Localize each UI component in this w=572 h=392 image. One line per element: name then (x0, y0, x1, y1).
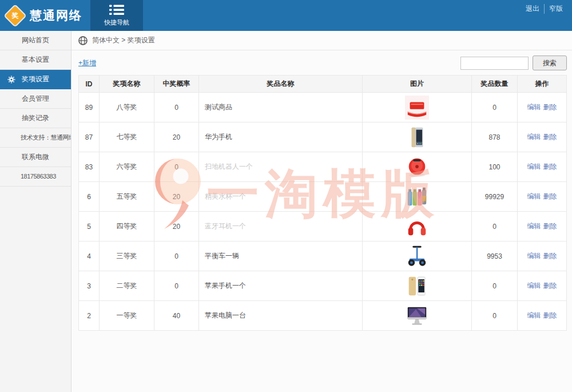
cell-quantity: 0 (472, 271, 518, 301)
cell-actions: 编辑删除 (518, 212, 567, 241)
delete-link[interactable]: 删除 (543, 311, 557, 319)
cell-quantity: 0 (472, 301, 518, 331)
logo-character: 奖 (12, 11, 19, 21)
prize-diamond-icon: 奖 (5, 5, 25, 25)
cell-id: 5 (79, 212, 100, 241)
cell-id: 4 (79, 241, 100, 271)
breadcrumb: 简体中文 > 奖项设置 (72, 31, 572, 50)
sidebar-item-label: 网站首页 (22, 36, 49, 44)
delete-link[interactable]: 删除 (543, 103, 557, 111)
breadcrumb-text: 简体中文 > 奖项设置 (92, 35, 155, 45)
cell-id: 3 (79, 271, 100, 301)
edit-link[interactable]: 编辑 (527, 311, 541, 319)
sidebar-item-label: 会员管理 (22, 94, 49, 102)
sidebar-item-6[interactable]: 技术支持：慧通网络 (0, 128, 71, 148)
product-image-iphone-gold (405, 282, 429, 290)
sidebar-item-8[interactable]: 18175863383 (0, 167, 71, 187)
cell-prize-level: 七等奖 (100, 122, 154, 152)
cell-image (363, 212, 472, 241)
edit-link[interactable]: 编辑 (527, 222, 541, 230)
cell-actions: 编辑删除 (518, 152, 567, 182)
cell-actions: 编辑删除 (518, 122, 567, 152)
cell-quantity: 99929 (472, 182, 518, 212)
table-row: 87七等奖20华为手机878编辑删除 (79, 122, 567, 152)
cell-probability: 0 (154, 271, 199, 301)
sidebar-item-label: 联系电微 (22, 153, 49, 161)
cell-prize-level: 五等奖 (100, 182, 154, 212)
sidebar-item-2[interactable]: 基本设置 (0, 50, 71, 70)
cell-image (363, 93, 472, 122)
delete-link[interactable]: 删除 (543, 192, 557, 200)
column-header: 奖品数量 (472, 76, 518, 93)
edit-link[interactable]: 编辑 (527, 192, 541, 200)
search-button[interactable]: 搜索 (533, 56, 567, 70)
quick-nav-label: 快捷导航 (104, 18, 129, 27)
prize-table-body: 89八等奖0测试商品0编辑删除87七等奖20华为手机878编辑删除83六等奖0扫… (79, 93, 567, 331)
cell-image (363, 152, 472, 182)
cell-image (363, 301, 472, 331)
logout-link[interactable]: 退出 (521, 4, 545, 14)
edit-link[interactable]: 编辑 (527, 103, 541, 111)
header-links: 退出 窄版 (517, 0, 572, 31)
delete-link[interactable]: 删除 (543, 133, 557, 141)
edit-link[interactable]: 编辑 (527, 163, 541, 171)
cell-id: 87 (79, 122, 100, 152)
cell-prize-level: 六等奖 (100, 152, 154, 182)
edit-link[interactable]: 编辑 (527, 282, 541, 290)
product-image-balance-scooter (405, 252, 429, 260)
column-header: 奖品名称 (199, 76, 363, 93)
sidebar-item-7[interactable]: 联系电微 (0, 148, 71, 167)
product-image-red-box (405, 103, 429, 111)
main-content: 简体中文 > 奖项设置 +新增 搜索 ID奖项名称中奖概率奖品名称图片奖品数量操… (72, 31, 572, 392)
sidebar-item-1[interactable]: 网站首页 (0, 31, 71, 50)
cell-actions: 编辑删除 (518, 93, 567, 122)
sidebar-item-label: 技术支持：慧通网络 (21, 134, 71, 141)
cell-quantity: 9953 (472, 241, 518, 271)
cell-image (363, 122, 472, 152)
search-input[interactable] (460, 57, 529, 70)
cell-actions: 编辑删除 (518, 182, 567, 212)
edit-link[interactable]: 编辑 (527, 133, 541, 141)
delete-link[interactable]: 删除 (543, 282, 557, 290)
sidebar-item-label: 18175863383 (21, 173, 56, 180)
cell-probability: 20 (154, 182, 199, 212)
cell-actions: 编辑删除 (518, 301, 567, 331)
cell-prize-level: 三等奖 (100, 241, 154, 271)
cell-probability: 0 (154, 152, 199, 182)
sidebar-item-3[interactable]: 奖项设置 (0, 70, 71, 89)
cell-image (363, 241, 472, 271)
cell-image (363, 182, 472, 212)
sidebar-item-5[interactable]: 抽奖记录 (0, 109, 71, 128)
column-header: 奖项名称 (100, 76, 154, 93)
cell-prize-level: 八等奖 (100, 93, 154, 122)
delete-link[interactable]: 删除 (543, 163, 557, 171)
cell-probability: 0 (154, 93, 199, 122)
cell-quantity: 0 (472, 93, 518, 122)
brand-logo: 奖 慧通网络 (0, 0, 90, 31)
table-row: 83六等奖0扫地机器人一个100编辑删除 (79, 152, 567, 182)
delete-link[interactable]: 删除 (543, 222, 557, 230)
cell-quantity: 878 (472, 122, 518, 152)
prize-table: ID奖项名称中奖概率奖品名称图片奖品数量操作 89八等奖0测试商品0编辑删除87… (78, 75, 567, 331)
cell-prize-level: 四等奖 (100, 212, 154, 241)
cell-id: 2 (79, 301, 100, 331)
table-row: 89八等奖0测试商品0编辑删除 (79, 93, 567, 122)
table-row: 5四等奖20蓝牙耳机一个0编辑删除 (79, 212, 567, 241)
cell-prize-name: 扫地机器人一个 (199, 152, 363, 182)
gear-icon (7, 76, 15, 84)
delete-link[interactable]: 删除 (543, 252, 557, 260)
product-image-water-bottles (405, 192, 429, 200)
column-header: 操作 (518, 76, 567, 93)
quick-nav-tab[interactable]: 快捷导航 (90, 0, 143, 31)
sidebar-item-label: 奖项设置 (22, 75, 49, 83)
sidebar-item-4[interactable]: 会员管理 (0, 89, 71, 109)
edit-link[interactable]: 编辑 (527, 252, 541, 260)
top-header: 奖 慧通网络 快捷导航 退出 窄版 (0, 0, 572, 31)
sidebar-item-label: 抽奖记录 (22, 114, 49, 122)
narrow-version-link[interactable]: 窄版 (545, 4, 567, 14)
add-new-link[interactable]: +新增 (78, 58, 96, 68)
cell-quantity: 100 (472, 152, 518, 182)
cell-prize-name: 平衡车一辆 (199, 241, 363, 271)
sidebar-menu: 网站首页基本设置奖项设置会员管理抽奖记录技术支持：慧通网络联系电微1817586… (0, 31, 72, 392)
table-header-row: ID奖项名称中奖概率奖品名称图片奖品数量操作 (79, 76, 567, 93)
